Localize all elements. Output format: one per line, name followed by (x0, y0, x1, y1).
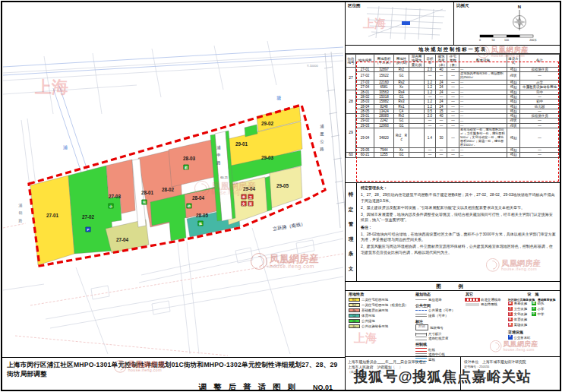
cell-h: 30 (436, 128, 447, 148)
cell-mix (409, 153, 425, 158)
legend-section-header: 用地性质 (349, 292, 412, 296)
cell-area: 15622 (374, 72, 394, 81)
文化设施-icon: 文 (508, 312, 513, 317)
legend-symbol (415, 353, 427, 357)
legend-symbol (415, 334, 427, 334)
legend-item: 体体育设施 (508, 318, 527, 322)
parcel-label: 29-04 (243, 186, 256, 191)
svg-text:文: 文 (242, 202, 246, 206)
landuse-swatch: C4 (349, 314, 360, 318)
svg-text:100: 100 (504, 39, 509, 42)
approval-block: 上海市规划委员会____年__月__日会议审议通过 上海市人民政府 沪府规划〔 … (346, 357, 560, 390)
road-label: 星 (320, 131, 324, 136)
parcel-label: 28-05 (196, 213, 209, 218)
side-label-char: 条 (349, 251, 354, 258)
legend-section-header: 规划动态 (415, 292, 464, 296)
approval-line2: 上海市人民政府 沪府规划〔 〕 (348, 365, 458, 370)
side-label-char: 理 (349, 236, 354, 243)
landuse-swatch: Rs (349, 308, 360, 313)
legend-symbol (415, 314, 427, 318)
location-highlight (402, 21, 410, 25)
cell-area: 34820 (374, 128, 394, 148)
legend-section-header: 设 施 (508, 292, 558, 296)
cell-fac: 老年活动室一处，建筑面积200㎡；卫生服务站一处，建筑面积500㎡；文化活动室一… (459, 128, 507, 148)
cell-id: 27-02 (356, 72, 374, 81)
legend-section-header: 控制线 (415, 342, 464, 346)
sheet-subtitle: 调整后普适图则 (198, 382, 302, 392)
cell-h: — (436, 153, 447, 158)
parcel-label: 27-01 (46, 213, 59, 218)
side-label-char: 管 (349, 221, 354, 228)
parcel-label: 27-03 (109, 194, 122, 199)
cell-mode: 规划 (507, 153, 520, 158)
provision-paragraph: 3、因城市发展需要，地块内涉及条件调整变化等情况，须结合相关规划项目可行性，经市… (361, 212, 556, 223)
legend-facilities: 设 施社区级公共服务设施基础教育设施老养老设施卫卫生设施文文化设施体体育设施菜菜… (508, 290, 558, 341)
col-header-7: 住宅套数（套） (447, 55, 459, 68)
cell-id: 60-21 (356, 153, 374, 158)
legend-symbol (415, 348, 427, 352)
svg-text:幼: 幼 (187, 204, 191, 208)
provision-paragraph: 1、27、28、29街坊内住宅建筑平均层数不低于规定层数8层；其中，27-02、… (361, 192, 556, 204)
legend-item: Rr2二类住宅组团用地 (349, 298, 412, 302)
legend-item: Xc公共设施储备用地 (349, 324, 412, 329)
cell-area: 1255 (374, 153, 394, 158)
indicator-table: 地块规划控制指标一览表 街坊编号地块编号用地面积（平方米）用地性质代码混合用地建… (346, 46, 560, 183)
block-number: 29 (346, 114, 356, 153)
legend-item: 27-01地块编号 (415, 324, 464, 330)
legend-symbol (466, 303, 479, 306)
block-number: 28 (346, 90, 356, 113)
scale-bar: 0 50 100 200米 (479, 35, 537, 42)
parcel-label: 29-01 (235, 141, 248, 147)
scale-panel-label: 比例尺 (456, 3, 469, 8)
legend-item: 轨道交通线路 (466, 298, 508, 302)
provision-paragraph: 2、禁止建设货运及配套中转设施，“引导发展配套功能”定义以及相应配套要求详见文本… (361, 205, 556, 210)
svg-text:菜: 菜 (248, 202, 253, 206)
special-provisions: 特定管理条文 特定管理条文：1、27、28、29街坊内住宅建筑平均层数不低于规定… (346, 183, 560, 282)
cell-far: — (425, 153, 436, 158)
col-header-4: 混合用地建筑量比例 (409, 55, 425, 68)
legend-item: 菜菜场设施 (508, 323, 527, 327)
legend-item: 规划道路 (415, 298, 464, 302)
legend-item: 公共通道（可变） (415, 308, 464, 312)
north-arrow: N 0 50 100 200米 (454, 2, 558, 44)
plan-sheet: 27-0127-0227-0327-0428-0128-0228-0328-04… (0, 0, 562, 392)
design-unit: 设计单位 上海市城市规划设计研究院 证书编号：210155 (461, 357, 560, 390)
col-header-3: 用地性质代码 (394, 55, 409, 68)
体育设施-icon: 体 (508, 318, 513, 322)
table-row: 29-0434820Rr2、Rc1.430—老年活动室一处，建筑面积200㎡；卫… (346, 128, 560, 148)
landuse-swatch: Rr2 (349, 298, 360, 302)
provision-paragraph: 备注： (361, 225, 556, 230)
road-label: 路 (216, 160, 221, 165)
side-label-char: 特 (349, 191, 354, 198)
road-label: 公 (320, 139, 324, 144)
landuse-swatch: Rr2 (349, 303, 360, 308)
scale-ticks: 0 50 100 200米 (479, 39, 537, 42)
cell-far: — (425, 72, 436, 81)
cell-id: 29-04 (356, 128, 374, 148)
cell-remark: — (520, 153, 560, 158)
cell-h: — (436, 72, 447, 81)
col-header-8: 配套设施 (459, 55, 507, 68)
cell-code: Rr2、Rc (394, 128, 409, 148)
col-header-5: 容积率 (425, 55, 436, 68)
table-header-row: 街坊编号地块编号用地面积（平方米）用地性质代码混合用地建筑量比例容积率建筑高度（… (346, 55, 560, 68)
col-header-1: 地块编号 (356, 55, 374, 68)
svg-text:完: 完 (143, 201, 147, 204)
road-label: 申 (216, 153, 220, 157)
approval-line3: （批准文号） 签发日期： (348, 370, 458, 375)
cell-far: 1.4 (425, 128, 436, 148)
provisions-text: 特定管理条文：1、27、28、29街坊内住宅建筑平均层数不低于规定层数8层；其中… (357, 183, 560, 281)
block-number: 60 (346, 153, 356, 158)
legend-section-header: 公共空间 (415, 303, 464, 308)
养老设施-icon: 老 (508, 302, 513, 306)
parcel-label: 27-02 (82, 214, 95, 220)
indicator-table-title: 地块规划控制指标一览表 (346, 46, 560, 54)
svg-text:50: 50 (492, 39, 495, 42)
legend-item: 中中学 (532, 312, 544, 317)
indicator-table-grid: 街坊编号地块编号用地面积（平方米）用地性质代码混合用地建筑量比例容积率建筑高度（… (346, 54, 560, 158)
info-panel: 区位图 比例尺 N (345, 2, 560, 390)
卫生设施-icon: 卫 (508, 307, 513, 311)
scale-panel: 比例尺 N 0 50 100 200米 (454, 2, 560, 46)
svg-text:体: 体 (198, 222, 203, 226)
legend-symbol (415, 299, 427, 300)
